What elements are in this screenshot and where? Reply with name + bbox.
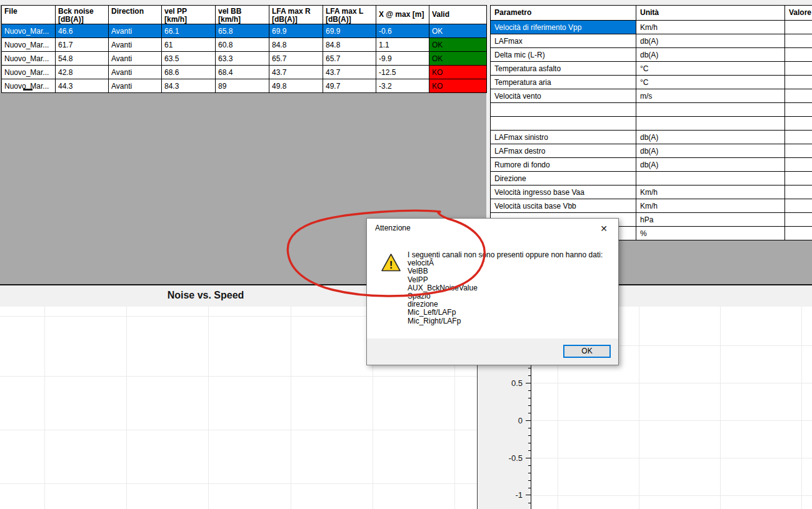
cell-xmax[interactable]: 1.1 [376,38,429,52]
table-row[interactable]: Direzione [491,172,812,185]
cell-unit[interactable]: Km/h [636,199,785,213]
cell-value[interactable] [785,227,812,240]
cell-valid[interactable]: KO [429,79,487,93]
cell-dir[interactable]: Avanti [109,38,162,52]
cell-value[interactable] [785,172,812,185]
cell-lfar[interactable]: 43.7 [269,66,323,79]
cell-unit[interactable] [636,117,785,131]
cell-pp[interactable]: 63.5 [162,52,216,66]
cell-param[interactable]: Delta mic (L-R) [491,48,636,62]
table-row[interactable]: Velocità ventom/s [491,89,812,103]
table-row[interactable]: Velocità ingresso base VaaKm/h [491,185,812,199]
table-row[interactable] [491,103,812,117]
table-row[interactable]: Nuovo_Mar...46.6Avanti66.165.869.969.9-0… [2,24,487,38]
cell-file[interactable]: Nuovo_Mar... [2,52,56,66]
table-row[interactable]: LAFmax sinistrodb(A) [491,131,812,144]
cell-unit[interactable]: °C [636,76,785,89]
cell-value[interactable] [785,62,812,76]
cell-value[interactable] [785,34,812,48]
cell-pp[interactable]: 68.6 [162,66,216,79]
cell-lfal[interactable]: 65.7 [323,52,376,66]
cell-lfar[interactable]: 49.8 [269,79,323,93]
cell-param[interactable]: LAFmax destro [491,144,636,158]
cell-unit[interactable]: db(A) [636,34,785,48]
cell-xmax[interactable]: -12.5 [376,66,429,79]
ok-button[interactable]: OK [563,345,611,358]
cell-bb[interactable]: 60.8 [216,38,269,52]
cell-value[interactable] [785,158,812,172]
cell-bb[interactable]: 68.4 [216,66,269,79]
table-row[interactable]: Nuovo_Mar...44.3Avanti84.38949.849.7-3.2… [2,79,487,93]
cell-value[interactable] [785,21,812,34]
dialog-title-bar[interactable]: Attenzione ✕ [367,219,618,237]
cell-unit[interactable]: db(A) [636,144,785,158]
cell-unit[interactable] [636,172,785,185]
table-row[interactable]: Velocità uscita base VbbKm/h [491,199,812,213]
cell-bck[interactable]: 42.8 [56,66,109,79]
cell-pp[interactable]: 61 [162,38,216,52]
table-row[interactable]: Temperatura aria°C [491,76,812,89]
cell-param[interactable] [491,117,636,131]
cell-value[interactable] [785,144,812,158]
cell-file[interactable]: Nuovo_Mar... [2,24,56,38]
cell-param[interactable]: Velocità ingresso base Vaa [491,185,636,199]
cell-param[interactable]: Velocità di riferimento Vpp [491,21,636,34]
cell-valid[interactable]: OK [429,52,487,66]
cell-valid[interactable]: KO [429,66,487,79]
cell-pp[interactable]: 66.1 [162,24,216,38]
cell-lfar[interactable]: 69.9 [269,24,323,38]
cell-value[interactable] [785,103,812,117]
cell-file[interactable]: Nuovo_Mar... [2,79,56,93]
cell-param[interactable]: Direzione [491,172,636,185]
cell-unit[interactable]: hPa [636,213,785,227]
cell-unit[interactable]: °C [636,62,785,76]
cell-value[interactable] [785,76,812,89]
cell-lfal[interactable]: 43.7 [323,66,376,79]
cell-unit[interactable]: % [636,227,785,240]
cell-bck[interactable]: 54.8 [56,52,109,66]
table-row[interactable]: Nuovo_Mar...54.8Avanti63.563.365.765.7-9… [2,52,487,66]
cell-file[interactable]: Nuovo_Mar... [2,66,56,79]
cell-unit[interactable] [636,103,785,117]
cell-value[interactable] [785,199,812,213]
table-row[interactable]: Nuovo_Mar...61.7Avanti6160.884.884.81.1O… [2,38,487,52]
cell-param[interactable]: Velocità uscita base Vbb [491,199,636,213]
cell-valid[interactable]: OK [429,24,487,38]
cell-dir[interactable]: Avanti [109,52,162,66]
table-row[interactable]: Delta mic (L-R)db(A) [491,48,812,62]
cell-bb[interactable]: 65.8 [216,24,269,38]
cell-lfar[interactable]: 65.7 [269,52,323,66]
cell-param[interactable]: Temperatura aria [491,76,636,89]
table-row[interactable]: Rumore di fondodb(A) [491,158,812,172]
cell-param[interactable]: Temperatura asfalto [491,62,636,76]
cell-param[interactable]: Velocità vento [491,89,636,103]
cell-value[interactable] [785,185,812,199]
cell-lfal[interactable]: 69.9 [323,24,376,38]
cell-dir[interactable]: Avanti [109,24,162,38]
cell-value[interactable] [785,213,812,227]
cell-xmax[interactable]: -0.6 [376,24,429,38]
cell-xmax[interactable]: -9.9 [376,52,429,66]
cell-pp[interactable]: 84.3 [162,79,216,93]
cell-param[interactable]: Rumore di fondo [491,158,636,172]
cell-lfal[interactable]: 84.8 [323,38,376,52]
cell-value[interactable] [785,48,812,62]
cell-valid[interactable]: OK [429,38,487,52]
cell-bck[interactable]: 46.6 [56,24,109,38]
close-icon[interactable]: ✕ [594,222,613,235]
cell-lfal[interactable]: 49.7 [323,79,376,93]
table-row[interactable]: LAFmax destrodb(A) [491,144,812,158]
cell-value[interactable] [785,117,812,131]
cell-bb[interactable]: 89 [216,79,269,93]
table-row[interactable]: LAFmaxdb(A) [491,34,812,48]
table-row[interactable]: Temperatura asfalto°C [491,62,812,76]
table-row[interactable] [491,117,812,131]
cell-param[interactable] [491,103,636,117]
cell-unit[interactable]: db(A) [636,131,785,144]
table-row[interactable]: Nuovo_Mar...42.8Avanti68.668.443.743.7-1… [2,66,487,79]
cell-unit[interactable]: Km/h [636,185,785,199]
cell-bck[interactable]: 61.7 [56,38,109,52]
cell-file[interactable]: Nuovo_Mar... [2,38,56,52]
cell-dir[interactable]: Avanti [109,66,162,79]
table-row[interactable]: Velocità di riferimento VppKm/h [491,21,812,34]
